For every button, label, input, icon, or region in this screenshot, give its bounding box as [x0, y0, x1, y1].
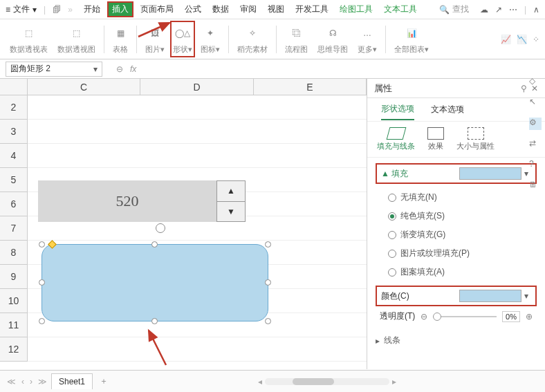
ribbon-pivotchart[interactable]: ⬚数据透视图	[53, 24, 100, 55]
resize-handle[interactable]	[151, 318, 158, 324]
slider-plus[interactable]: ⊕	[526, 312, 533, 321]
row-header[interactable]: 8	[0, 241, 28, 265]
file-menu[interactable]: ≡ 文件 ▾	[6, 3, 37, 15]
menu-formula[interactable]: 公式	[181, 2, 205, 17]
row-header[interactable]: 9	[0, 265, 28, 289]
spinner-up-button[interactable]: ▲	[217, 181, 245, 202]
ribbon-picture[interactable]: 🖼图片▾	[141, 24, 169, 55]
col-header[interactable]: E	[254, 79, 367, 95]
fill-pattern-radio[interactable]: 图案填充(A)	[388, 263, 537, 281]
color-swatch[interactable]	[459, 290, 521, 302]
fill-swatch[interactable]	[459, 167, 521, 180]
spinner-down-button[interactable]: ▼	[217, 202, 245, 222]
ribbon-daoke[interactable]: ✧稻壳素材	[233, 24, 272, 55]
rail-help-icon[interactable]: ?	[529, 159, 542, 171]
save-icon[interactable]: 🗐	[53, 5, 61, 15]
ribbon-icons[interactable]: ✦图标▾	[196, 24, 224, 55]
rail-settings-icon[interactable]: ⚙	[529, 118, 542, 130]
color-dropdown-icon[interactable]: ▾	[521, 291, 531, 301]
zoom-icon[interactable]: ⊖	[116, 64, 123, 74]
menu-texttools[interactable]: 文本工具	[380, 2, 421, 17]
select-all-corner[interactable]	[0, 79, 28, 95]
ribbon-mind[interactable]: ☊思维导图	[313, 24, 352, 55]
opacity-slider[interactable]	[433, 316, 497, 317]
horizontal-scrollbar[interactable]: ◂ ▸	[115, 377, 539, 386]
slider-minus[interactable]: ⊖	[421, 312, 427, 321]
row-header[interactable]: 5	[0, 168, 28, 192]
ribbon-bar-icon[interactable]: 📉	[517, 35, 527, 44]
ribbon-pivot[interactable]: ⬚数据透视表	[6, 24, 52, 55]
name-box[interactable]: 圆角矩形 2 ▾	[6, 62, 102, 77]
sheet-tab[interactable]: Sheet1	[51, 373, 93, 389]
rail-clip-icon[interactable]: 🗎	[529, 180, 542, 192]
rail-diamond-icon[interactable]: ◇	[529, 76, 542, 88]
spreadsheet[interactable]: C D E 2 3 4 5 6 7 8 9 10 11 12 520 ▲ ▼	[0, 79, 367, 369]
resize-handle[interactable]	[39, 279, 45, 286]
ribbon-chart2-icon[interactable]: 📈	[501, 35, 511, 44]
ribbon-chart[interactable]: 📊全部图表▾	[390, 24, 433, 55]
subtab-size[interactable]: 大小与属性	[456, 127, 495, 151]
add-sheet-button[interactable]: ＋	[95, 375, 112, 387]
share-icon[interactable]: ↗	[495, 5, 502, 15]
rail-transfer-icon[interactable]: ⇄	[529, 138, 542, 151]
row-header[interactable]: 7	[0, 216, 28, 241]
rail-arrow-icon[interactable]: ↖	[529, 97, 542, 109]
col-header[interactable]: C	[28, 79, 140, 95]
resize-handle[interactable]	[39, 241, 45, 248]
tab-prev-icon[interactable]: ‹	[20, 377, 26, 386]
menu-layout[interactable]: 页面布局	[136, 2, 178, 17]
ribbon-shapes[interactable]: ◯△形状▾	[170, 21, 195, 57]
row-header[interactable]: 2	[0, 95, 28, 120]
subtab-effect[interactable]: 效果	[427, 127, 444, 151]
tab-next-icon[interactable]: ›	[28, 377, 34, 386]
fill-picture-radio[interactable]: 图片或纹理填充(P)	[388, 244, 537, 263]
row-header[interactable]: 12	[0, 337, 28, 362]
ribbon-scatter-icon[interactable]: ⁘	[533, 35, 539, 44]
resize-handle[interactable]	[265, 279, 271, 286]
resize-handle[interactable]	[265, 318, 271, 324]
tab-text-options[interactable]: 文本选项	[431, 100, 464, 120]
rounded-rect-shape[interactable]	[41, 244, 268, 321]
ribbon-table[interactable]: ▦表格	[109, 24, 132, 55]
resize-handle[interactable]	[265, 241, 271, 248]
fx-icon[interactable]: fx	[130, 64, 136, 74]
ribbon-flow[interactable]: ⿻流程图	[281, 24, 312, 55]
menu-drawtools[interactable]: 绘图工具	[335, 2, 377, 17]
menu-dev[interactable]: 开发工具	[291, 2, 333, 17]
subtab-fill-line[interactable]: 填充与线条	[377, 127, 415, 151]
tab-shape-options[interactable]: 形状选项	[381, 99, 414, 120]
menu-view[interactable]: 视图	[264, 2, 288, 17]
properties-panel: 属性 ⚲ ✕ 形状选项 文本选项 填充与线条 效果 大小与属性 ▲ 填充 ▾ 无…	[367, 79, 545, 369]
menu-start[interactable]: 开始	[80, 2, 104, 17]
search-box[interactable]: 🔍 查找	[439, 3, 469, 15]
row-header[interactable]: 6	[0, 192, 28, 216]
ribbon-more[interactable]: …更多▾	[353, 24, 381, 55]
props-title: 属性	[374, 82, 521, 95]
expand-icon[interactable]: ∧	[533, 5, 539, 15]
resize-handle[interactable]	[39, 318, 45, 324]
row-header[interactable]: 11	[0, 313, 28, 337]
opacity-value[interactable]: 0%	[502, 311, 520, 322]
menu-data[interactable]: 数据	[208, 2, 233, 17]
resize-handle[interactable]	[151, 241, 158, 248]
col-header[interactable]: D	[140, 79, 253, 95]
spinner-control[interactable]: 520 ▲ ▼	[38, 180, 246, 222]
menu-insert[interactable]: 插入	[107, 1, 133, 17]
line-section-toggle[interactable]: ▸ 线条	[376, 332, 537, 349]
tab-last-icon[interactable]: ≫	[37, 377, 48, 386]
cloud-icon[interactable]: ☁	[480, 5, 488, 15]
row-header[interactable]: 3	[0, 120, 28, 144]
row-header[interactable]: 4	[0, 144, 28, 168]
name-box-dropdown[interactable]: ▾	[93, 64, 98, 74]
fill-solid-radio[interactable]: 纯色填充(S)	[388, 207, 537, 225]
name-box-value: 圆角矩形 2	[10, 63, 50, 75]
fill-toggle[interactable]: ▲ 填充	[381, 168, 408, 180]
fill-none-radio[interactable]: 无填充(N)	[388, 188, 537, 207]
row-header[interactable]: 10	[0, 289, 28, 313]
more-icon[interactable]: ⋯	[509, 5, 517, 15]
rotate-handle-icon[interactable]	[156, 223, 165, 233]
fill-gradient-radio[interactable]: 渐变填充(G)	[388, 225, 537, 244]
menu-review[interactable]: 审阅	[236, 2, 261, 17]
spinner-value: 520	[38, 192, 216, 210]
tab-first-icon[interactable]: ≪	[6, 377, 17, 386]
